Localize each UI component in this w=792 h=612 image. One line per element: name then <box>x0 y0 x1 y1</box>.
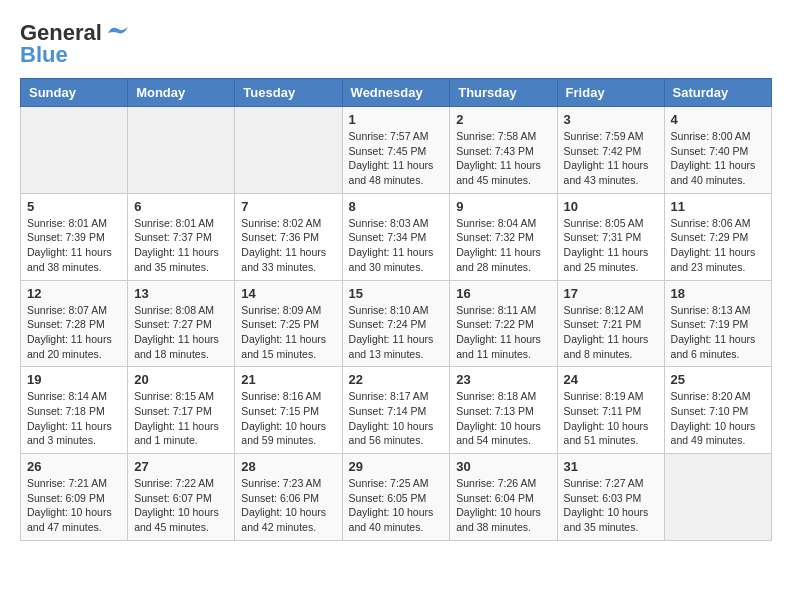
day-number: 13 <box>134 286 228 301</box>
header-sunday: Sunday <box>21 79 128 107</box>
day-info: Sunrise: 8:02 AMSunset: 7:36 PMDaylight:… <box>241 216 335 275</box>
day-info: Sunrise: 8:19 AMSunset: 7:11 PMDaylight:… <box>564 389 658 448</box>
day-number: 20 <box>134 372 228 387</box>
day-number: 9 <box>456 199 550 214</box>
calendar-cell: 15Sunrise: 8:10 AMSunset: 7:24 PMDayligh… <box>342 280 450 367</box>
calendar-cell <box>21 107 128 194</box>
calendar-week-row: 1Sunrise: 7:57 AMSunset: 7:45 PMDaylight… <box>21 107 772 194</box>
day-number: 27 <box>134 459 228 474</box>
day-info: Sunrise: 8:08 AMSunset: 7:27 PMDaylight:… <box>134 303 228 362</box>
day-info: Sunrise: 7:59 AMSunset: 7:42 PMDaylight:… <box>564 129 658 188</box>
day-info: Sunrise: 8:18 AMSunset: 7:13 PMDaylight:… <box>456 389 550 448</box>
calendar-cell: 13Sunrise: 8:08 AMSunset: 7:27 PMDayligh… <box>128 280 235 367</box>
day-info: Sunrise: 7:25 AMSunset: 6:05 PMDaylight:… <box>349 476 444 535</box>
day-number: 29 <box>349 459 444 474</box>
calendar-table: Sunday Monday Tuesday Wednesday Thursday… <box>20 78 772 541</box>
calendar-cell <box>664 454 771 541</box>
header-tuesday: Tuesday <box>235 79 342 107</box>
day-info: Sunrise: 8:04 AMSunset: 7:32 PMDaylight:… <box>456 216 550 275</box>
calendar-cell: 27Sunrise: 7:22 AMSunset: 6:07 PMDayligh… <box>128 454 235 541</box>
calendar-cell: 18Sunrise: 8:13 AMSunset: 7:19 PMDayligh… <box>664 280 771 367</box>
day-info: Sunrise: 7:26 AMSunset: 6:04 PMDaylight:… <box>456 476 550 535</box>
day-number: 1 <box>349 112 444 127</box>
calendar-cell: 22Sunrise: 8:17 AMSunset: 7:14 PMDayligh… <box>342 367 450 454</box>
calendar-cell <box>128 107 235 194</box>
day-info: Sunrise: 7:21 AMSunset: 6:09 PMDaylight:… <box>27 476 121 535</box>
day-info: Sunrise: 8:01 AMSunset: 7:37 PMDaylight:… <box>134 216 228 275</box>
calendar-cell: 6Sunrise: 8:01 AMSunset: 7:37 PMDaylight… <box>128 193 235 280</box>
day-info: Sunrise: 8:00 AMSunset: 7:40 PMDaylight:… <box>671 129 765 188</box>
calendar-cell <box>235 107 342 194</box>
day-info: Sunrise: 8:06 AMSunset: 7:29 PMDaylight:… <box>671 216 765 275</box>
logo-blue: Blue <box>20 42 68 68</box>
calendar-cell: 7Sunrise: 8:02 AMSunset: 7:36 PMDaylight… <box>235 193 342 280</box>
day-info: Sunrise: 7:58 AMSunset: 7:43 PMDaylight:… <box>456 129 550 188</box>
calendar-body: 1Sunrise: 7:57 AMSunset: 7:45 PMDaylight… <box>21 107 772 541</box>
calendar-cell: 5Sunrise: 8:01 AMSunset: 7:39 PMDaylight… <box>21 193 128 280</box>
day-number: 16 <box>456 286 550 301</box>
header-wednesday: Wednesday <box>342 79 450 107</box>
calendar-cell: 29Sunrise: 7:25 AMSunset: 6:05 PMDayligh… <box>342 454 450 541</box>
day-number: 22 <box>349 372 444 387</box>
day-info: Sunrise: 8:03 AMSunset: 7:34 PMDaylight:… <box>349 216 444 275</box>
calendar-cell: 17Sunrise: 8:12 AMSunset: 7:21 PMDayligh… <box>557 280 664 367</box>
header-thursday: Thursday <box>450 79 557 107</box>
day-info: Sunrise: 7:57 AMSunset: 7:45 PMDaylight:… <box>349 129 444 188</box>
day-number: 10 <box>564 199 658 214</box>
calendar-cell: 30Sunrise: 7:26 AMSunset: 6:04 PMDayligh… <box>450 454 557 541</box>
page-header: General Blue <box>20 20 772 68</box>
header-friday: Friday <box>557 79 664 107</box>
calendar-week-row: 26Sunrise: 7:21 AMSunset: 6:09 PMDayligh… <box>21 454 772 541</box>
day-number: 14 <box>241 286 335 301</box>
day-info: Sunrise: 7:23 AMSunset: 6:06 PMDaylight:… <box>241 476 335 535</box>
calendar-cell: 1Sunrise: 7:57 AMSunset: 7:45 PMDaylight… <box>342 107 450 194</box>
day-number: 2 <box>456 112 550 127</box>
calendar-cell: 24Sunrise: 8:19 AMSunset: 7:11 PMDayligh… <box>557 367 664 454</box>
calendar-cell: 19Sunrise: 8:14 AMSunset: 7:18 PMDayligh… <box>21 367 128 454</box>
day-info: Sunrise: 8:15 AMSunset: 7:17 PMDaylight:… <box>134 389 228 448</box>
day-number: 28 <box>241 459 335 474</box>
calendar-cell: 8Sunrise: 8:03 AMSunset: 7:34 PMDaylight… <box>342 193 450 280</box>
day-info: Sunrise: 8:10 AMSunset: 7:24 PMDaylight:… <box>349 303 444 362</box>
header-saturday: Saturday <box>664 79 771 107</box>
calendar-cell: 21Sunrise: 8:16 AMSunset: 7:15 PMDayligh… <box>235 367 342 454</box>
day-info: Sunrise: 8:13 AMSunset: 7:19 PMDaylight:… <box>671 303 765 362</box>
day-number: 12 <box>27 286 121 301</box>
day-number: 3 <box>564 112 658 127</box>
calendar-cell: 31Sunrise: 7:27 AMSunset: 6:03 PMDayligh… <box>557 454 664 541</box>
day-info: Sunrise: 8:12 AMSunset: 7:21 PMDaylight:… <box>564 303 658 362</box>
day-info: Sunrise: 8:01 AMSunset: 7:39 PMDaylight:… <box>27 216 121 275</box>
logo-bird-icon <box>104 23 132 43</box>
calendar-cell: 28Sunrise: 7:23 AMSunset: 6:06 PMDayligh… <box>235 454 342 541</box>
day-number: 15 <box>349 286 444 301</box>
calendar-cell: 20Sunrise: 8:15 AMSunset: 7:17 PMDayligh… <box>128 367 235 454</box>
calendar-cell: 14Sunrise: 8:09 AMSunset: 7:25 PMDayligh… <box>235 280 342 367</box>
logo: General Blue <box>20 20 132 68</box>
calendar-week-row: 5Sunrise: 8:01 AMSunset: 7:39 PMDaylight… <box>21 193 772 280</box>
day-number: 17 <box>564 286 658 301</box>
day-number: 7 <box>241 199 335 214</box>
calendar-cell: 3Sunrise: 7:59 AMSunset: 7:42 PMDaylight… <box>557 107 664 194</box>
day-number: 31 <box>564 459 658 474</box>
day-number: 4 <box>671 112 765 127</box>
day-info: Sunrise: 8:17 AMSunset: 7:14 PMDaylight:… <box>349 389 444 448</box>
day-number: 26 <box>27 459 121 474</box>
calendar-header-row: Sunday Monday Tuesday Wednesday Thursday… <box>21 79 772 107</box>
day-info: Sunrise: 8:20 AMSunset: 7:10 PMDaylight:… <box>671 389 765 448</box>
calendar-week-row: 19Sunrise: 8:14 AMSunset: 7:18 PMDayligh… <box>21 367 772 454</box>
day-number: 6 <box>134 199 228 214</box>
calendar-cell: 23Sunrise: 8:18 AMSunset: 7:13 PMDayligh… <box>450 367 557 454</box>
calendar-cell: 12Sunrise: 8:07 AMSunset: 7:28 PMDayligh… <box>21 280 128 367</box>
calendar-cell: 11Sunrise: 8:06 AMSunset: 7:29 PMDayligh… <box>664 193 771 280</box>
day-number: 30 <box>456 459 550 474</box>
day-number: 23 <box>456 372 550 387</box>
day-number: 18 <box>671 286 765 301</box>
day-info: Sunrise: 8:07 AMSunset: 7:28 PMDaylight:… <box>27 303 121 362</box>
day-number: 19 <box>27 372 121 387</box>
calendar-cell: 25Sunrise: 8:20 AMSunset: 7:10 PMDayligh… <box>664 367 771 454</box>
day-info: Sunrise: 8:14 AMSunset: 7:18 PMDaylight:… <box>27 389 121 448</box>
day-info: Sunrise: 8:11 AMSunset: 7:22 PMDaylight:… <box>456 303 550 362</box>
calendar-cell: 9Sunrise: 8:04 AMSunset: 7:32 PMDaylight… <box>450 193 557 280</box>
day-number: 8 <box>349 199 444 214</box>
day-number: 5 <box>27 199 121 214</box>
